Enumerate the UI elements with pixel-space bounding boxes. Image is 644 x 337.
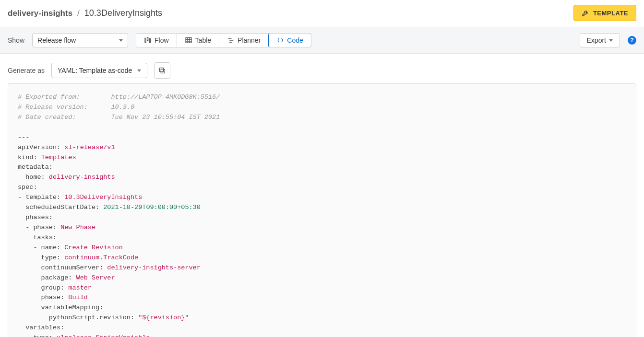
code-value: Create Revision (64, 244, 123, 251)
code-key: apiVersion: (18, 144, 60, 151)
code-key: scheduledStartDate: (18, 204, 99, 211)
toolbar: Show Release flow Flow Table (0, 27, 644, 54)
code-key: package: (18, 274, 72, 281)
code-key: home: (18, 174, 45, 181)
tab-table-label: Table (195, 36, 211, 44)
breadcrumb-folder[interactable]: delivery-insights (8, 9, 72, 18)
generate-label: Generate as (8, 67, 45, 74)
code-block-wrap: # Exported from: http://LAPTOP-4MKODG8K:… (0, 83, 644, 337)
code-key: - phase: (18, 224, 57, 231)
code-value: xlrelease.StringVariable (57, 334, 150, 337)
export-button[interactable]: Export (580, 33, 620, 47)
code-value: master (68, 284, 92, 291)
svg-rect-11 (161, 69, 165, 73)
code-text: --- (18, 134, 29, 141)
show-select[interactable]: Release flow (32, 33, 128, 47)
copy-icon (158, 67, 166, 74)
svg-rect-12 (160, 68, 164, 72)
code-key: group: (18, 284, 64, 291)
breadcrumb-separator: / (77, 9, 80, 18)
code-key: kind: (18, 154, 37, 161)
code-value: Templates (41, 154, 76, 161)
flow-icon (144, 36, 152, 44)
code-block[interactable]: # Exported from: http://LAPTOP-4MKODG8K:… (8, 83, 636, 337)
code-comment: # Release version: 10.3.0 (18, 104, 134, 111)
header-row: delivery-insights / 10.3DeliveryInsights… (0, 0, 644, 27)
chevron-down-icon (609, 39, 613, 42)
generate-select[interactable]: YAML: Template as-code (51, 63, 147, 78)
svg-rect-0 (145, 38, 146, 42)
template-button-label: TEMPLATE (593, 10, 628, 17)
code-value: continuum.TrackCode (64, 254, 138, 261)
tab-flow[interactable]: Flow (136, 34, 177, 47)
chevron-down-icon (137, 70, 141, 72)
svg-rect-2 (149, 39, 150, 43)
help-icon[interactable]: ? (628, 36, 636, 45)
generate-row: Generate as YAML: Template as-code (0, 54, 644, 83)
code-key: continuumServer: (18, 264, 103, 271)
code-value: 29T09:00:00+05:30 (134, 204, 201, 211)
code-icon (276, 36, 284, 44)
code-value: 2021-10 (103, 204, 131, 211)
view-tabs: Flow Table Planner Code (136, 33, 311, 47)
copy-button[interactable] (154, 62, 170, 79)
chevron-down-icon (119, 39, 123, 42)
planner-icon (227, 36, 235, 44)
code-key: pythonScript.revision: (18, 314, 134, 321)
code-key: phases: (18, 214, 53, 221)
code-value: xl-release/v1 (64, 144, 115, 151)
code-key: variables: (18, 324, 64, 331)
code-key: spec: (18, 184, 37, 191)
code-key: type: (18, 254, 60, 261)
code-key: metadata: (18, 163, 53, 171)
code-key: tasks: (18, 234, 57, 241)
tab-code[interactable]: Code (268, 33, 311, 47)
template-button[interactable]: TEMPLATE (573, 5, 636, 21)
code-value: 10.3DeliveryInsights (64, 194, 142, 201)
code-key: variableMapping: (18, 304, 103, 311)
toolbar-left: Show Release flow Flow Table (8, 33, 311, 47)
svg-rect-1 (147, 37, 148, 41)
code-value: delivery-insights-server (107, 264, 200, 271)
tab-flow-label: Flow (155, 36, 169, 44)
tab-table[interactable]: Table (177, 34, 219, 47)
code-value: - (131, 204, 134, 211)
code-value: "${revision}" (138, 314, 189, 321)
code-value: Web Server (76, 274, 115, 281)
breadcrumb-name[interactable]: 10.3DeliveryInsights (84, 8, 162, 18)
code-key: - template: (18, 194, 60, 201)
tab-code-label: Code (287, 36, 303, 44)
code-value: New Phase (60, 224, 95, 231)
code-key: - type: (18, 334, 53, 337)
svg-rect-3 (186, 38, 191, 43)
code-comment: # Exported from: http://LAPTOP-4MKODG8K:… (18, 93, 220, 101)
code-value: Build (68, 294, 88, 301)
show-label: Show (8, 36, 24, 44)
toolbar-right: Export ? (580, 33, 636, 47)
tab-planner[interactable]: Planner (219, 34, 269, 47)
breadcrumb: delivery-insights / 10.3DeliveryInsights (8, 8, 162, 18)
tools-icon (582, 9, 589, 17)
code-key: - name: (18, 244, 60, 251)
tab-planner-label: Planner (238, 36, 261, 44)
export-button-label: Export (587, 36, 606, 44)
generate-select-value: YAML: Template as-code (58, 67, 132, 74)
show-select-value: Release flow (37, 36, 76, 44)
code-value: delivery-insights (49, 174, 115, 181)
table-icon (185, 36, 192, 44)
code-comment: # Date created: Tue Nov 23 10:55:04 IST … (18, 114, 220, 121)
code-key: phase: (18, 294, 64, 301)
